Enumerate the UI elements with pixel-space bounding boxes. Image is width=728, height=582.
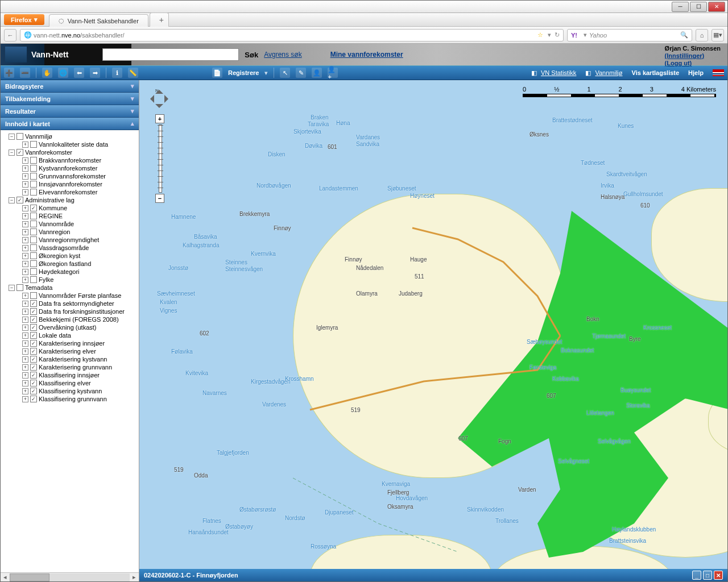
map-label: Flatnes	[202, 518, 221, 524]
logout-link[interactable]: (Logg ut)	[665, 60, 692, 66]
bookmarks-button[interactable]: ▦▾	[712, 29, 724, 41]
map-label: Vardanes	[356, 134, 380, 140]
zoom-out-button[interactable]: −	[155, 194, 164, 203]
new-tab-button[interactable]: +	[150, 13, 169, 27]
panel-contributors[interactable]: Bidragsytere▾	[1, 80, 139, 93]
app-header: Vann-Nett Søk Avgrens søk Mine vannforek…	[1, 44, 727, 65]
panel-feedback[interactable]: Tilbakemelding▾	[1, 93, 139, 105]
pan-control[interactable]: N	[147, 87, 171, 111]
map-label: Finnøy	[345, 256, 362, 263]
map-label: Disken	[268, 151, 286, 157]
map-label: Kalhagstranda	[183, 242, 220, 248]
window-titlebar: ─ ☐ ✕	[1, 1, 727, 13]
status-max-icon[interactable]: □	[703, 571, 712, 580]
pan-icon[interactable]: ✋	[42, 68, 52, 78]
map-label: Taravika	[308, 121, 329, 127]
stats-icon: ◧	[531, 69, 537, 76]
panel-results[interactable]: Resultater▾	[1, 105, 139, 118]
refine-search-link[interactable]: Avgrens søk	[264, 51, 301, 59]
add-user-icon[interactable]: 👤+	[328, 68, 338, 78]
map-label: Selvågvågen	[598, 438, 631, 444]
status-min-icon[interactable]: _	[692, 571, 701, 580]
map-label: Oksamyra	[387, 504, 413, 510]
map-label: Båsavika	[194, 234, 217, 240]
zoom-in-icon[interactable]: ➕	[4, 68, 14, 78]
browser-tab[interactable]: ◌ Vann-Nett Saksbehandler	[49, 14, 148, 27]
map-label: Braken	[311, 114, 329, 120]
app-search-input[interactable]	[102, 48, 239, 61]
zoom-slider[interactable]: + −	[155, 114, 166, 203]
map-label: Odda	[194, 472, 208, 479]
panel-map-content[interactable]: Innhold i kartet▴	[1, 118, 139, 130]
map-label: 602	[200, 330, 209, 336]
map-label: Skinnvikodden	[467, 506, 504, 513]
map-label: Høyneset	[410, 193, 435, 199]
home-button[interactable]: ⌂	[696, 29, 708, 41]
yahoo-icon: Y!	[571, 32, 577, 39]
sidebar: Bidragsytere▾ Tilbakemelding▾ Resultater…	[1, 80, 139, 581]
reload-icon[interactable]: ↻	[555, 31, 560, 39]
prev-extent-icon[interactable]: ⬅	[74, 68, 84, 78]
globe-extent-icon[interactable]: 🌐	[58, 68, 68, 78]
map-label: Nådedalen	[356, 265, 383, 271]
my-waterbodies-link[interactable]: Mine vannforekomster	[330, 51, 403, 59]
stats-link[interactable]: VN Statistikk	[541, 69, 576, 76]
window-maximize-button[interactable]: ☐	[690, 2, 707, 12]
register-button[interactable]: Registrere	[228, 69, 259, 76]
map-label: Steinnes	[225, 259, 247, 265]
window-close-button[interactable]: ✕	[708, 2, 725, 12]
map-label: 519	[351, 407, 361, 413]
map-label: Talgjefjorden	[217, 450, 249, 456]
map-label: Østabøyøy	[225, 523, 253, 530]
flag-icon[interactable]	[713, 69, 724, 76]
map-label: Tjørnasundet	[592, 333, 626, 339]
help-button[interactable]: Hjelp	[688, 69, 704, 76]
url-bar[interactable]: 🌐 vann-nett.nve.no/saksbehandler/ ☆ ▾ ↻	[20, 29, 564, 41]
window-minimize-button[interactable]: ─	[672, 2, 689, 12]
status-close-icon[interactable]: ✕	[714, 571, 723, 580]
globe-icon: 🌐	[24, 31, 32, 39]
env-link[interactable]: Vannmiljø	[595, 69, 622, 76]
pointer-icon[interactable]: ↖	[280, 68, 290, 78]
user-icon[interactable]: 👤	[312, 68, 322, 78]
map-label: Litletangen	[586, 410, 614, 416]
bookmark-star-icon[interactable]: ☆	[537, 31, 543, 39]
map-label: Vardenes	[262, 401, 286, 408]
browser-search-box[interactable]: Y! ▾ Yahoo 🔍	[567, 29, 692, 41]
layer-tree[interactable]: −Vannmiljø +Vannlokaliteter siste data −…	[1, 130, 139, 572]
settings-link[interactable]: (Innstillinger)	[665, 52, 705, 59]
map-label: Hauge	[410, 256, 427, 263]
zoom-out-icon[interactable]: ➖	[20, 68, 30, 78]
edit-icon[interactable]: ✎	[296, 68, 306, 78]
map-label: Bokn	[586, 316, 599, 322]
map-label: Skardtveitvågen	[606, 171, 647, 177]
feature-status-bar: 0242020602-1-C - Finnøyfjorden _ □ ✕	[139, 569, 727, 581]
firefox-menu-button[interactable]: Firefox ▾	[4, 14, 44, 25]
next-extent-icon[interactable]: ➡	[90, 68, 100, 78]
map-label: Storavika	[626, 402, 650, 409]
map-label: Sæbøysundet	[527, 339, 562, 345]
map-label: Trollanes	[495, 518, 519, 524]
map-label: Varden	[518, 487, 536, 493]
map-canvas[interactable]: HamneneBåsavikaKalhagstrandaJonsstøStein…	[139, 80, 727, 581]
map-label: Selvågneset	[558, 458, 589, 464]
zoom-in-button[interactable]: +	[155, 114, 164, 123]
layers-button[interactable]: Vis kartlagsliste	[632, 69, 680, 76]
map-label: Førsteviga	[530, 364, 556, 371]
map-label: Østabørsrøstø	[239, 506, 276, 513]
map-label: Boknasundet	[561, 347, 594, 354]
measure-icon[interactable]: 📏	[128, 68, 138, 78]
search-button[interactable]: Søk	[245, 51, 258, 59]
info-icon[interactable]: ℹ	[112, 68, 122, 78]
map-label: Hovdavågen	[396, 495, 428, 501]
map-label: Hanaåndsundet	[188, 529, 229, 535]
map-label: Hamnene	[171, 214, 196, 220]
map-label: Kvernvika	[251, 251, 276, 257]
dropdown-icon[interactable]: ▾	[548, 31, 551, 39]
search-icon[interactable]: 🔍	[680, 31, 688, 39]
sidebar-hscrollbar[interactable]: ◂▸	[1, 572, 139, 581]
tab-title: Vann-Nett Saksbehandler	[68, 18, 139, 24]
back-button[interactable]: ←	[4, 29, 16, 41]
svg-marker-0	[458, 211, 727, 558]
map-label: Døvika	[305, 143, 322, 149]
